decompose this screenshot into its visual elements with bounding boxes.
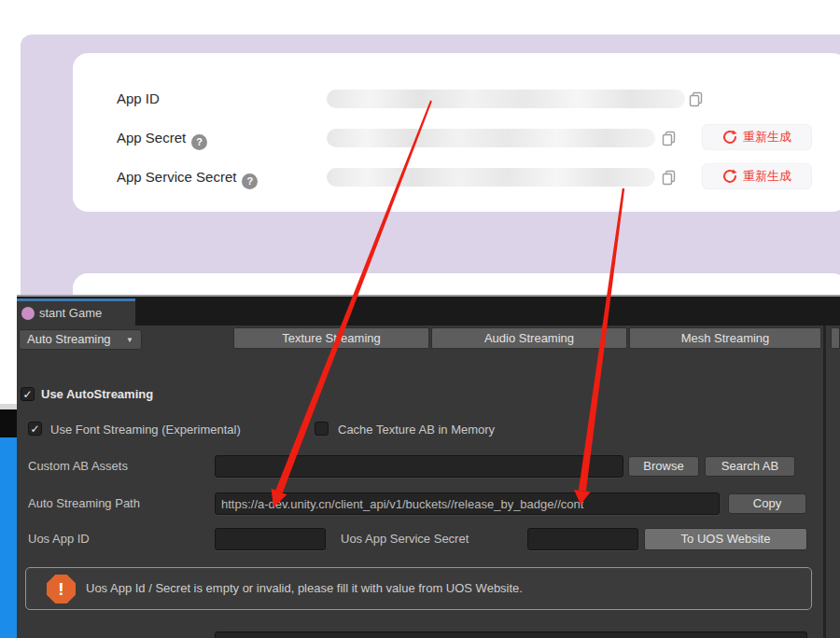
tab-title: stant Game [39,306,102,320]
app-id-row: App ID [73,87,840,113]
cache-texture-ab-label: Cache Texture AB in Memory [338,423,495,437]
tab-audio-streaming[interactable]: Audio Streaming [431,327,627,349]
warning-text: Uos App Id / Secret is empty or invalid,… [86,581,523,595]
auto-streaming-path-input[interactable] [215,492,720,515]
copy-button[interactable]: Copy [728,493,806,514]
background-window-edge [0,409,17,437]
panel-splitter[interactable] [823,326,826,638]
auto-streaming-path-label: Auto Streaming Path [28,496,140,510]
editor-tab-bar: stant Game [17,297,840,326]
browse-button[interactable]: Browse [628,456,699,477]
chevron-down-icon: ▼ [126,336,133,344]
app-id-label: App ID [117,90,160,106]
uos-warning-box: ! Uos App Id / Secret is empty or invali… [25,567,812,610]
tab-dot-icon [21,307,35,320]
cache-texture-ab-checkbox[interactable] [315,422,329,436]
use-font-streaming-label: Use Font Streaming (Experimental) [50,423,241,437]
panel-body: Auto Streaming ▼ Texture Streaming Audio… [17,326,840,638]
background-window-edge [0,437,17,638]
refresh-icon [722,130,737,145]
use-autostreaming-label: Use AutoStreaming [41,387,153,401]
tab-mesh-streaming[interactable]: Mesh Streaming [629,327,821,349]
copy-icon[interactable] [661,131,677,146]
unity-instant-game-panel: stant Game Auto Streaming ▼ Texture Stre… [17,295,840,638]
help-icon[interactable]: ? [191,134,207,150]
refresh-icon [722,169,737,184]
use-autostreaming-checkbox[interactable]: ✓ [21,387,35,401]
tab-next-streaming-clipped[interactable] [831,327,840,349]
custom-ab-assets-label: Custom AB Assets [28,459,128,473]
max-cocurrent-load-input[interactable] [215,631,807,638]
uos-app-service-secret-label: Uos App Service Secret [341,532,469,546]
uos-app-credentials-card: App ID App Secret? [73,53,840,212]
app-secret-label: App Secret [117,130,186,146]
regenerate-app-service-secret-button[interactable]: 重新生成 [702,163,812,189]
screenshot-stage: App ID App Secret? [0,0,840,638]
use-font-streaming-checkbox[interactable]: ✓ [28,422,42,436]
to-uos-website-button[interactable]: To UOS Website [644,528,807,550]
app-secret-redacted-value [327,129,655,147]
tab-instant-game[interactable]: stant Game [17,298,135,326]
streaming-mode-dropdown[interactable]: Auto Streaming ▼ [19,329,142,350]
search-ab-button[interactable]: Search AB [705,456,795,477]
uos-app-service-secret-input[interactable] [527,528,638,550]
app-service-secret-redacted-value [327,168,655,187]
dropdown-selected-value: Auto Streaming [27,332,111,346]
copy-icon[interactable] [661,170,677,186]
tab-texture-streaming[interactable]: Texture Streaming [233,327,429,349]
regenerate-button-label: 重新生成 [743,168,791,185]
custom-ab-assets-input[interactable] [215,455,623,478]
regenerate-button-label: 重新生成 [743,129,791,146]
copy-icon[interactable] [688,91,704,107]
app-secret-row: App Secret? 重新生成 [73,126,840,152]
regenerate-app-secret-button[interactable]: 重新生成 [702,124,812,150]
app-service-secret-label: App Service Secret [117,169,236,185]
help-icon[interactable]: ? [242,173,258,189]
app-id-redacted-value [327,90,685,108]
warning-icon: ! [47,575,76,603]
uos-app-id-label: Uos App ID [28,532,90,546]
uos-app-id-input[interactable] [215,528,326,550]
app-service-secret-row: App Service Secret? 重新生成 [73,165,840,191]
